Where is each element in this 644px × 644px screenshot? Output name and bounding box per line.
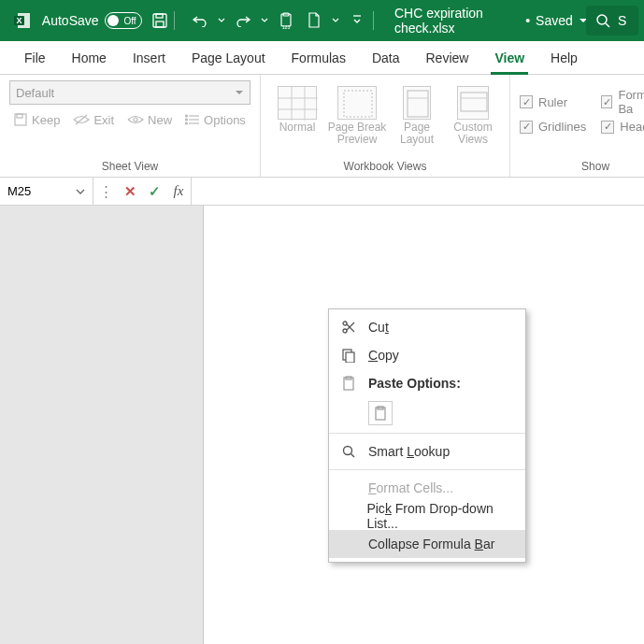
excel-app-icon: X [13, 9, 33, 32]
ribbon: Default Keep Exit New [0, 75, 644, 178]
save-icon[interactable] [150, 8, 171, 33]
checkbox-icon: ✓ [520, 95, 533, 108]
clipboard-123-icon[interactable]: 123 [274, 8, 298, 33]
new-button[interactable]: New [123, 110, 176, 129]
custom-views-label: Custom Views [446, 122, 500, 146]
group-label: Sheet View [9, 158, 250, 175]
tab-file[interactable]: File [11, 41, 59, 75]
search-icon [595, 13, 610, 28]
content-area [0, 206, 644, 644]
headings-checkbox[interactable]: ✓Headings [601, 120, 644, 134]
name-box[interactable]: M25 [0, 178, 93, 205]
ctx-pick-dropdown[interactable]: Pick From Drop-down List... [329, 502, 525, 530]
options-label: Options [204, 113, 246, 127]
search-icon [340, 444, 357, 459]
bullet: • [525, 13, 530, 28]
ctx-smart-lookup[interactable]: Smart Lookup [329, 437, 525, 465]
paste-clipboard-icon[interactable] [368, 401, 393, 425]
page-layout-label: Page Layout [390, 122, 444, 146]
keep-button[interactable]: Keep [9, 110, 64, 129]
svg-line-11 [606, 23, 609, 27]
ctx-format-cells: Format Cells... [329, 474, 525, 502]
paste-options-label: Paste Options: [368, 376, 461, 391]
cancel-icon[interactable]: ✕ [118, 183, 142, 200]
svg-text:X: X [17, 16, 22, 25]
tab-insert[interactable]: Insert [120, 41, 179, 75]
page-break-icon [337, 86, 377, 120]
combo-value: Default [16, 86, 54, 100]
separator [373, 11, 374, 30]
custom-views-button[interactable]: Custom Views [446, 84, 500, 146]
formula-bar-buttons: ⋮ ✕ ✓ fx [93, 178, 192, 205]
tab-help[interactable]: Help [537, 41, 591, 75]
copy-label: Copy [368, 348, 399, 363]
tab-view[interactable]: View [481, 41, 537, 75]
search-text: S [618, 13, 626, 28]
keep-label: Keep [32, 113, 60, 127]
group-show: ✓Ruler ✓Formula Ba ✓Gridlines ✓Headings … [510, 75, 644, 177]
enter-icon[interactable]: ✓ [142, 183, 166, 200]
group-sheet-view: Default Keep Exit New [0, 75, 261, 177]
options-button[interactable]: Options [181, 110, 250, 129]
svg-rect-4 [156, 14, 163, 18]
svg-rect-29 [461, 93, 487, 111]
ctx-cut[interactable]: Cut [329, 313, 525, 341]
customize-qat-icon[interactable] [345, 8, 369, 33]
redo-dropdown-icon[interactable] [259, 8, 270, 33]
eye-exit-icon [73, 113, 90, 126]
sheet-view-combo[interactable]: Default [9, 80, 250, 105]
svg-rect-36 [346, 352, 354, 363]
gridlines-label: Gridlines [538, 120, 586, 134]
pick-label: Pick From Drop-down List... [366, 501, 514, 531]
formula-bar-checkbox[interactable]: ✓Formula Ba [601, 88, 644, 116]
svg-line-42 [351, 454, 355, 458]
page-break-preview-button[interactable]: Page Break Preview [326, 84, 388, 146]
svg-point-20 [186, 119, 188, 121]
name-box-value: M25 [7, 184, 31, 198]
doc-dropdown-icon[interactable] [330, 8, 341, 33]
ctx-collapse-formula-bar[interactable]: Collapse Formula Bar [329, 530, 525, 558]
ruler-checkbox[interactable]: ✓Ruler [520, 88, 586, 116]
svg-rect-3 [153, 14, 166, 27]
ctx-copy[interactable]: Copy [329, 341, 525, 369]
page-layout-button[interactable]: Page Layout [390, 84, 444, 146]
undo-dropdown-icon[interactable] [216, 8, 227, 33]
filename-dropdown-icon[interactable] [579, 17, 586, 24]
normal-icon [278, 86, 317, 120]
more-icon[interactable]: ⋮ [93, 183, 118, 200]
tab-data[interactable]: Data [359, 41, 413, 75]
title-bar: X AutoSave Off 123 CHC expiration c [0, 0, 644, 41]
list-icon [185, 114, 200, 125]
redo-button[interactable] [231, 8, 255, 33]
save-icon [13, 112, 28, 127]
undo-button[interactable] [188, 8, 212, 33]
tab-home[interactable]: Home [59, 41, 120, 75]
toggle-knob [107, 15, 119, 26]
formula-input[interactable] [192, 178, 644, 205]
tab-page-layout[interactable]: Page Layout [179, 41, 279, 75]
autosave-toggle[interactable]: Off [105, 12, 142, 29]
svg-rect-5 [156, 21, 164, 27]
page-break-label: Page Break Preview [326, 122, 388, 146]
filename-area[interactable]: CHC expiration check.xlsx • Saved [394, 6, 586, 36]
normal-view-button[interactable]: Normal [270, 84, 324, 146]
group-workbook-views: Normal Page Break Preview Page Layout Cu… [261, 75, 510, 177]
autosave-control[interactable]: AutoSave Off [42, 12, 142, 29]
format-cells-label: Format Cells... [368, 480, 453, 495]
tab-formulas[interactable]: Formulas [279, 41, 359, 75]
fx-icon[interactable]: fx [166, 183, 191, 199]
ruler-label: Ruler [538, 95, 567, 109]
gridlines-checkbox[interactable]: ✓Gridlines [520, 120, 586, 134]
svg-rect-26 [344, 91, 372, 117]
formula-bar-row: M25 ⋮ ✕ ✓ fx [0, 178, 644, 206]
tab-review[interactable]: Review [413, 41, 482, 75]
exit-button[interactable]: Exit [69, 110, 118, 129]
autosave-state: Off [123, 16, 136, 26]
search-box[interactable]: S [586, 6, 638, 36]
svg-point-32 [343, 322, 347, 325]
chevron-down-icon [76, 188, 85, 195]
context-menu: Cut Copy Paste Options: Smart Lookup For… [328, 308, 526, 563]
cut-label: Cut [368, 320, 389, 335]
ribbon-tabs: File Home Insert Page Layout Formulas Da… [0, 41, 644, 75]
document-icon[interactable] [302, 8, 326, 33]
